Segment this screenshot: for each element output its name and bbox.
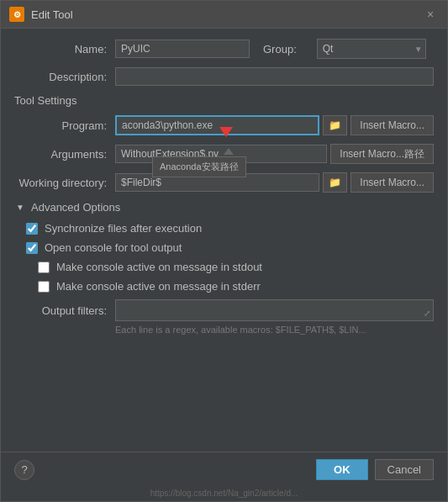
advanced-options-header[interactable]: ▼ Advanced Options <box>14 201 434 214</box>
program-browse-button[interactable]: 📁 <box>323 115 347 135</box>
description-label: Description: <box>14 71 115 83</box>
arguments-insert-macro-button[interactable]: Insert Macro...路径 <box>330 144 434 164</box>
program-input[interactable] <box>115 115 319 135</box>
title-bar: ⚙ Edit Tool × <box>1 1 447 29</box>
console-stdout-row: Make console active on message in stdout <box>38 261 434 273</box>
open-console-row: Open console for tool output <box>26 241 434 254</box>
tool-settings-label: Tool Settings <box>14 94 76 107</box>
open-console-label: Open console for tool output <box>45 241 182 254</box>
output-filters-label: Output filters: <box>14 304 115 317</box>
working-directory-browse-button[interactable]: 📁 <box>323 172 347 193</box>
arguments-controls: Insert Macro...路径 <box>115 144 434 164</box>
tooltip-arrow <box>224 148 234 155</box>
watermark-text: https://blog.csdn.net/Na_gin2/article/d.… <box>1 487 447 501</box>
advanced-toggle-icon[interactable]: ▼ <box>14 202 26 214</box>
program-controls: 📁 Insert Macro... <box>115 115 434 135</box>
arguments-label: Arguments: <box>14 148 115 161</box>
group-select[interactable]: Qt <box>317 39 426 59</box>
help-button[interactable]: ? <box>14 460 34 480</box>
description-control <box>115 67 434 86</box>
ok-button[interactable]: OK <box>316 459 368 480</box>
name-label: Name: <box>14 43 115 55</box>
edit-tool-dialog: ⚙ Edit Tool × Name: Group: Qt ▼ Descript… <box>0 0 448 502</box>
arguments-input[interactable] <box>115 145 327 163</box>
form-content: Name: Group: Qt ▼ Description: Tool Sett <box>1 29 447 452</box>
sync-files-label: Synchronize files after execution <box>45 222 202 235</box>
working-directory-controls: 📁 Insert Macro... <box>115 172 434 193</box>
name-input[interactable] <box>115 40 250 58</box>
close-button[interactable]: × <box>422 6 439 23</box>
open-console-checkbox[interactable] <box>26 242 38 254</box>
output-filters-row: Output filters: ⤢ <box>14 299 434 321</box>
working-directory-label: Working directory: <box>14 177 115 189</box>
dialog-icon: ⚙ <box>9 7 24 22</box>
red-arrow-indicator <box>219 127 233 137</box>
tool-settings-header: Tool Settings <box>14 94 434 107</box>
console-stderr-checkbox[interactable] <box>38 281 50 293</box>
console-stdout-checkbox[interactable] <box>38 262 50 273</box>
output-filters-wrapper: ⤢ <box>115 299 434 321</box>
output-filters-hint: Each line is a regex, available macros: … <box>14 325 434 335</box>
output-filters-input[interactable] <box>115 299 434 321</box>
program-insert-macro-button[interactable]: Insert Macro... <box>350 115 434 135</box>
dialog-title: Edit Tool <box>31 8 422 21</box>
description-input[interactable] <box>115 67 434 86</box>
working-directory-row: Working directory: 📁 Insert Macro... <box>14 172 434 193</box>
name-group-row: Name: Group: Qt ▼ <box>14 39 434 59</box>
working-directory-input[interactable] <box>115 173 319 192</box>
sync-files-row: Synchronize files after execution <box>26 222 434 235</box>
cancel-button[interactable]: Cancel <box>375 459 434 480</box>
group-label: Group: <box>263 43 303 55</box>
console-stdout-label: Make console active on message in stdout <box>56 261 262 273</box>
footer-buttons: OK Cancel <box>316 459 434 480</box>
expand-icon: ⤢ <box>424 309 430 318</box>
description-row: Description: <box>14 67 434 86</box>
console-stderr-row: Make console active on message in stderr <box>38 280 434 293</box>
sync-files-checkbox[interactable] <box>26 223 38 235</box>
advanced-options-content: Synchronize files after execution Open c… <box>14 222 434 335</box>
console-stderr-label: Make console active on message in stderr <box>56 280 261 293</box>
program-label: Program: <box>14 119 115 132</box>
advanced-options-label: Advanced Options <box>31 201 120 214</box>
dialog-footer: ? OK Cancel <box>1 452 447 487</box>
working-directory-insert-macro-button[interactable]: Insert Macro... <box>350 172 434 193</box>
group-select-wrapper: Qt ▼ <box>317 39 426 59</box>
